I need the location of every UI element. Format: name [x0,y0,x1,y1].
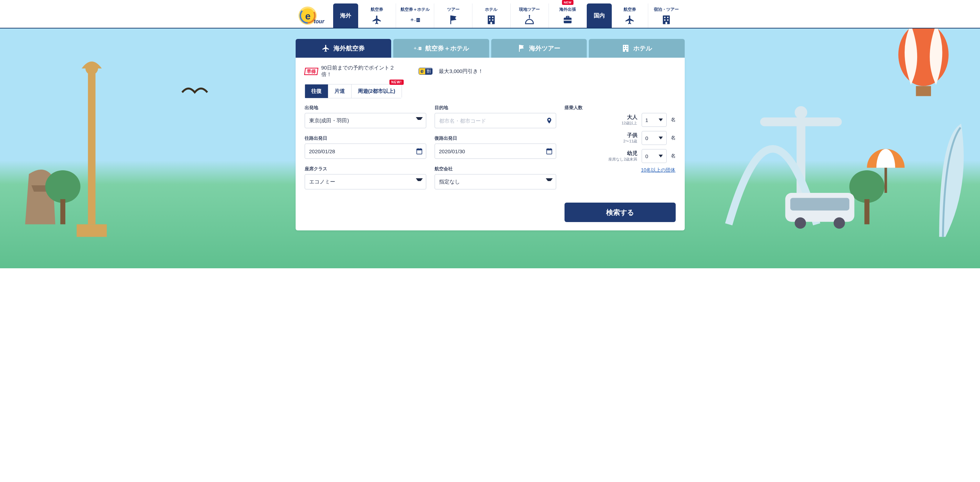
trip-type-multi[interactable]: 周遊(2都市以上) NEW! [352,84,402,98]
svg-rect-42 [77,224,107,237]
svg-rect-59 [420,49,421,49]
svg-rect-14 [492,17,494,18]
nav-item-tour[interactable]: ツアー [434,3,472,28]
nav-item-local-tour[interactable]: 現地ツアー [510,3,549,28]
svg-rect-37 [797,124,805,199]
cabin-field: 座席クラス エコノミー [305,166,426,189]
return-date-input[interactable]: 2020/01/30 [434,143,556,159]
plane-hotel-icon: + [414,44,422,52]
plane-icon [322,44,330,52]
return-date-label: 復路出発日 [434,135,556,142]
nav-item-hotel[interactable]: ホテル [472,3,510,28]
pax-infant-label: 幼児 [627,150,638,156]
overseas-button[interactable]: 海外 [333,3,358,28]
svg-rect-13 [489,17,490,18]
svg-rect-25 [664,17,666,18]
tab-flight-hotel[interactable]: + 航空券＋ホテル [393,39,489,58]
svg-rect-11 [418,20,419,21]
domestic-button[interactable]: 国内 [587,3,612,28]
svg-rect-61 [624,46,625,47]
tab-label: 海外ツアー [529,44,560,52]
tab-flight[interactable]: 海外航空券 [296,39,391,58]
site-header: e tour 海外 航空券 航空券＋ホテル + ツアー [0,0,980,29]
etour-logo-icon: e tour [296,3,327,28]
domestic-button-label: 国内 [594,12,605,19]
pax-adult-label: 大人 [627,114,638,120]
ewari-badge-icon: e割 [418,68,433,75]
svg-rect-38 [760,118,842,126]
svg-rect-46 [864,199,869,224]
pax-unit: 名 [671,135,676,141]
svg-rect-8 [417,19,418,20]
svg-rect-7 [416,18,420,22]
search-button[interactable]: 検索する [565,203,676,222]
pax-adult-sub: 12歳以上 [622,121,637,126]
trip-type-round[interactable]: 往復 [305,84,328,98]
depart-date-input[interactable]: 2020/01/28 [305,143,426,159]
svg-rect-17 [490,22,492,24]
return-date-field: 復路出発日 2020/01/30 [434,135,556,159]
pax-child-label: 子供 [627,132,638,138]
svg-rect-9 [418,19,419,20]
hayatoku-promo[interactable]: 早得 90日前までの予約でポイント２倍！ [305,65,405,78]
tab-tour[interactable]: 海外ツアー [491,39,587,58]
flag-icon [517,44,526,52]
briefcase-icon [562,14,573,26]
svg-rect-27 [664,19,666,21]
hayatoku-badge: 早得 [304,68,318,75]
pax-unit: 名 [671,117,676,123]
hero: 海外航空券 + 航空券＋ホテル 海外ツアー ホテル 早得 90日前までの予約でポ… [0,29,980,268]
svg-rect-36 [916,86,931,96]
pax-infant-sub: 座席なし2歳未満 [608,157,637,162]
origin-label: 出発地 [305,105,426,111]
pax-infant-row: 幼児 座席なし2歳未満 0 名 [565,149,676,163]
svg-rect-22 [566,16,569,18]
svg-rect-40 [88,73,95,224]
svg-rect-26 [667,17,669,18]
chevron-down-icon [659,137,663,139]
svg-rect-10 [417,20,418,21]
destination-input[interactable] [434,113,556,128]
depart-date-field: 往路出発日 2020/01/28 [305,135,426,159]
trip-type-oneway[interactable]: 片道 [328,84,352,98]
passengers-heading: 搭乗人数 [565,105,676,111]
group-booking-link[interactable]: 10名以上の団体 [565,167,676,173]
svg-rect-28 [667,19,669,21]
cabin-select[interactable]: エコノミー [305,174,426,189]
nav-item-flight[interactable]: 航空券 [358,3,396,28]
pax-adult-select[interactable]: 1 [642,113,667,127]
search-tabs: 海外航空券 + 航空券＋ホテル 海外ツアー ホテル [296,39,685,58]
svg-rect-15 [489,19,490,21]
chevron-down-icon [659,118,663,121]
nav-item-dom-flight[interactable]: 航空券 [612,3,648,28]
svg-rect-47 [785,193,854,222]
origin-select[interactable]: 東京(成田・羽田) [305,113,426,128]
new-badge: NEW! [390,80,404,85]
nav-item-biz-trip[interactable]: NEW 海外出張 [549,3,587,28]
svg-text:e: e [305,11,310,22]
svg-rect-23 [564,20,572,21]
svg-rect-62 [626,46,627,47]
ewari-promo[interactable]: e割 最大3,000円引き！ [418,68,483,75]
overseas-nav: 航空券 航空券＋ホテル + ツアー ホテル [358,3,587,28]
nav-item-flight-hotel[interactable]: 航空券＋ホテル + [396,3,434,28]
brand-logo[interactable]: e tour [296,3,333,28]
svg-point-43 [45,170,80,203]
svg-rect-64 [626,48,627,49]
svg-rect-16 [492,19,494,21]
tab-label: 海外航空券 [334,44,365,52]
trip-type-tabs: 往復 片道 周遊(2都市以上) NEW! [305,84,402,99]
airline-select[interactable]: 指定なし [434,174,556,189]
tab-hotel[interactable]: ホテル [589,39,685,58]
svg-text:+: + [414,19,416,22]
plane-hotel-icon: + [410,14,420,26]
passengers: 搭乗人数 大人 12歳以上 1 名 子供 [565,105,676,173]
airline-label: 航空会社 [434,166,556,172]
svg-point-19 [529,15,530,16]
depart-date-label: 往路出発日 [305,135,426,142]
pax-child-select[interactable]: 0 [642,131,667,145]
svg-rect-53 [885,168,887,193]
pax-infant-select[interactable]: 0 [642,149,667,163]
nav-item-dom-stay[interactable]: 宿泊・ツアー [648,3,685,28]
svg-text:tour: tour [314,18,325,24]
